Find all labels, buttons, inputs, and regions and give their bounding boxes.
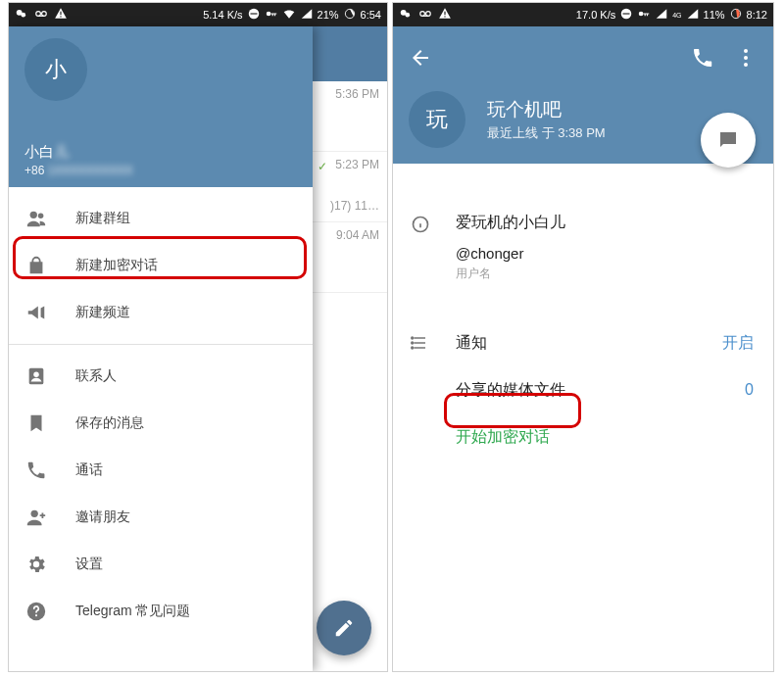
svg-point-15 — [31, 510, 38, 517]
menu-label: 新建加密对话 — [75, 257, 158, 274]
vpn-key-icon — [637, 7, 651, 24]
status-bar: 17.0 K/s 4G 11% 8:12 — [393, 3, 773, 26]
row-label: 分享的媒体文件 — [456, 380, 721, 401]
profile-content: 爱玩机的小白儿 @chonger 用户名 通知 开启 分享的媒体文件 0 开始加… — [393, 164, 773, 448]
chat-row[interactable]: 9:04 AM — [312, 222, 387, 293]
list-icon — [409, 333, 432, 353]
row-shared-media[interactable]: 分享的媒体文件 0 — [409, 366, 758, 413]
signal-icon — [686, 7, 700, 24]
info-icon — [409, 213, 432, 282]
username-label: 用户名 — [456, 266, 758, 282]
signal-icon — [300, 7, 314, 24]
row-label: 通知 — [456, 333, 699, 354]
phone-left: 5.14 K/s 21% 6:54 5:36 PM ✓ 5:23 PM )17)… — [8, 2, 388, 672]
signal-icon — [655, 7, 668, 24]
username[interactable]: @chonger — [456, 245, 758, 262]
info-section: 爱玩机的小白儿 @chonger 用户名 — [409, 213, 758, 282]
svg-point-30 — [744, 63, 748, 67]
person-add-icon — [24, 507, 48, 528]
svg-rect-4 — [60, 11, 61, 15]
gear-icon — [24, 554, 48, 575]
main-appbar — [312, 26, 387, 81]
message-fab[interactable] — [701, 113, 756, 168]
clock: 8:12 — [747, 9, 767, 21]
menu-saved-messages[interactable]: 保存的消息 — [9, 400, 313, 447]
svg-point-19 — [405, 12, 410, 17]
dnd-icon — [247, 7, 261, 24]
phone-right: 17.0 K/s 4G 11% 8:12 玩 玩个机吧 最近上线 于 3:38 … — [392, 2, 774, 672]
compose-fab[interactable] — [317, 601, 371, 655]
warning-icon — [54, 7, 68, 24]
profile-name: 玩个机吧 — [487, 97, 606, 122]
net-type: 4G — [672, 12, 681, 19]
svg-point-1 — [21, 12, 25, 17]
start-secret-chat[interactable]: 开始加密对话 — [409, 427, 758, 448]
menu-new-group[interactable]: 新建群组 — [9, 195, 313, 242]
svg-point-2 — [36, 11, 41, 16]
chat-row[interactable]: 5:36 PM — [312, 81, 387, 152]
more-button[interactable] — [734, 46, 758, 73]
profile-status: 最近上线 于 3:38 PM — [487, 124, 606, 142]
check-icon: ✓ — [318, 160, 327, 173]
bio: 爱玩机的小白儿 — [456, 213, 758, 233]
svg-point-11 — [30, 212, 37, 218]
menu-new-channel[interactable]: 新建频道 — [9, 289, 313, 336]
svg-point-21 — [426, 11, 431, 16]
avatar[interactable]: 玩 — [409, 91, 466, 148]
menu-calls[interactable]: 通话 — [9, 447, 313, 494]
chat-list-peek: 5:36 PM ✓ 5:23 PM )17) 11… 9:04 AM — [311, 26, 387, 671]
back-button[interactable] — [409, 46, 432, 73]
svg-point-32 — [412, 337, 414, 339]
voicemail-icon — [418, 7, 432, 24]
menu-label: 设置 — [75, 556, 103, 573]
svg-point-28 — [744, 49, 748, 53]
battery-icon — [343, 7, 357, 24]
menu-label: 通话 — [75, 461, 103, 479]
svg-point-17 — [35, 614, 37, 616]
dnd-icon — [619, 7, 633, 24]
battery-percent: 11% — [704, 9, 725, 21]
svg-point-34 — [412, 347, 414, 349]
menu-contacts[interactable]: 联系人 — [9, 353, 313, 400]
svg-point-33 — [412, 342, 414, 344]
chat-icon — [716, 128, 740, 152]
svg-point-20 — [420, 11, 425, 16]
group-icon — [24, 208, 48, 229]
account-phone: +86 — [24, 164, 44, 177]
pencil-icon — [333, 617, 355, 639]
svg-rect-25 — [623, 13, 630, 14]
menu-label: 新建群组 — [75, 210, 130, 227]
svg-rect-23 — [444, 16, 445, 17]
menu-label: 邀请朋友 — [75, 508, 130, 526]
net-speed: 5.14 K/s — [203, 9, 242, 21]
person-icon — [24, 365, 48, 387]
wechat-icon — [399, 7, 413, 24]
menu-invite-friends[interactable]: 邀请朋友 — [9, 494, 313, 541]
svg-rect-7 — [250, 13, 257, 14]
drawer-header[interactable]: 小 小白儿 +86 1XXXXXXXXXX — [9, 26, 313, 187]
svg-point-3 — [42, 11, 47, 16]
wechat-icon — [15, 7, 28, 24]
nav-drawer: 小 小白儿 +86 1XXXXXXXXXX 新建群组 新建加密对话 新建频道 — [9, 26, 313, 671]
row-notifications[interactable]: 通知 开启 — [409, 319, 758, 366]
menu-label: 新建频道 — [75, 304, 130, 321]
svg-rect-5 — [60, 16, 61, 17]
chat-row[interactable]: ✓ 5:23 PM )17) 11… — [312, 152, 387, 222]
call-button[interactable] — [691, 46, 714, 73]
menu-new-secret-chat[interactable]: 新建加密对话 — [9, 242, 313, 289]
lock-icon — [24, 255, 48, 276]
svg-point-26 — [639, 11, 644, 16]
avatar[interactable]: 小 — [24, 38, 87, 101]
menu-settings[interactable]: 设置 — [9, 541, 313, 588]
phone-icon — [24, 459, 48, 481]
row-value: 开启 — [722, 333, 758, 354]
battery-icon — [729, 7, 743, 24]
svg-point-14 — [33, 371, 39, 377]
separator — [9, 344, 313, 345]
help-icon — [24, 601, 48, 622]
bookmark-icon — [24, 412, 48, 434]
battery-percent: 21% — [318, 9, 339, 21]
wifi-icon — [282, 7, 296, 24]
svg-point-29 — [744, 56, 748, 60]
menu-faq[interactable]: Telegram 常见问题 — [9, 588, 313, 635]
